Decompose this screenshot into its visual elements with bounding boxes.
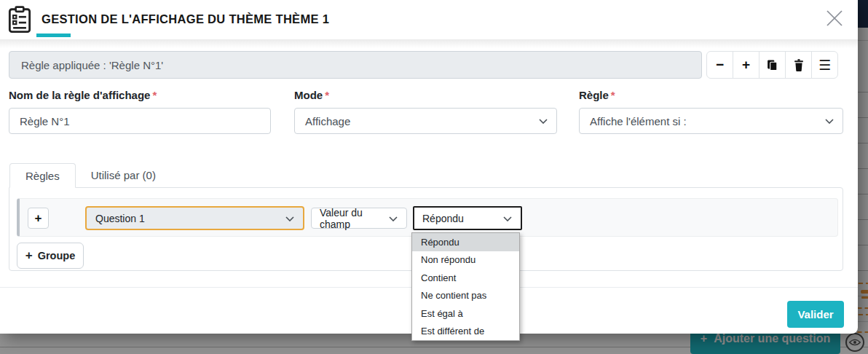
rule-select[interactable]: Affiche l'élément si : (579, 108, 843, 134)
display-rule-modal: GESTION DE L'AFFICHAGE DU THÈME THÈME 1 … (0, 0, 858, 334)
required-asterisk: * (611, 89, 615, 101)
add-group-button[interactable]: + Groupe (17, 243, 84, 269)
dropdown-option-non-repondu[interactable]: Non répondu (412, 251, 519, 270)
rule-condition-row: + Question 1 Valeur du champ Répondu (17, 198, 838, 237)
header-separator (0, 39, 858, 48)
rule-name-input[interactable] (9, 108, 271, 134)
tab-regles[interactable]: Règles (9, 163, 76, 188)
chevron-down-icon (539, 119, 548, 124)
mode-select[interactable]: Affichage (294, 108, 557, 134)
dropdown-option-ne-contient-pas[interactable]: Ne contient pas (412, 287, 519, 305)
applied-rule-bar: Règle appliquée : 'Règle N°1' (9, 51, 702, 79)
menu-icon[interactable]: ☰ (811, 51, 838, 79)
copy-icon[interactable] (759, 51, 786, 79)
operator-dropdown: Répondu Non répondu Contient Ne contient… (411, 232, 520, 341)
tab-bar: Règles Utilisé par (0) (9, 163, 171, 188)
validate-button[interactable]: Valider (787, 301, 844, 328)
title-accent-underline (36, 34, 71, 37)
field-mode: Mode* Affichage (294, 89, 557, 134)
plus-icon[interactable]: + (733, 51, 760, 79)
applied-rule-text: Règle appliquée : 'Règle N°1' (21, 59, 163, 71)
field-label: Règle* (579, 89, 843, 101)
field-label: Nom de la règle d'affichage* (9, 89, 271, 101)
clipboard-list-icon (7, 6, 32, 34)
chevron-down-icon (285, 216, 294, 221)
dropdown-option-est-different-de[interactable]: Est différent de (412, 323, 519, 341)
tab-utilise-par[interactable]: Utilisé par (0) (76, 163, 171, 188)
modal-header: GESTION DE L'AFFICHAGE DU THÈME THÈME 1 (0, 0, 858, 39)
dropdown-option-contient[interactable]: Contient (412, 269, 519, 287)
rule-toolbar: − + ☰ (706, 51, 838, 79)
required-asterisk: * (152, 89, 157, 101)
plus-icon[interactable]: + (28, 208, 49, 229)
chevron-down-icon (389, 216, 398, 221)
field-rule: Règle* Affiche l'élément si : (579, 89, 843, 134)
chevron-down-icon (503, 216, 512, 221)
required-asterisk: * (325, 89, 329, 101)
field-value-select[interactable]: Valeur du champ (311, 208, 407, 229)
question-select[interactable]: Question 1 (85, 206, 304, 230)
plus-icon: + (25, 248, 33, 263)
dropdown-option-repondu[interactable]: Répondu (412, 233, 519, 251)
modal-title: GESTION DE L'AFFICHAGE DU THÈME THÈME 1 (42, 0, 329, 38)
screen: + Ajouter une question GESTION DE L'AFFI… (0, 0, 868, 354)
operator-select[interactable]: Répondu (413, 206, 522, 230)
trash-icon[interactable] (785, 51, 812, 79)
dropdown-option-est-egal-a[interactable]: Est égal à (412, 304, 519, 323)
field-label: Mode* (294, 89, 557, 101)
close-icon[interactable] (823, 7, 846, 30)
minus-icon[interactable]: − (706, 51, 733, 79)
field-rule-name: Nom de la règle d'affichage* (9, 89, 271, 134)
chevron-down-icon (825, 119, 834, 124)
